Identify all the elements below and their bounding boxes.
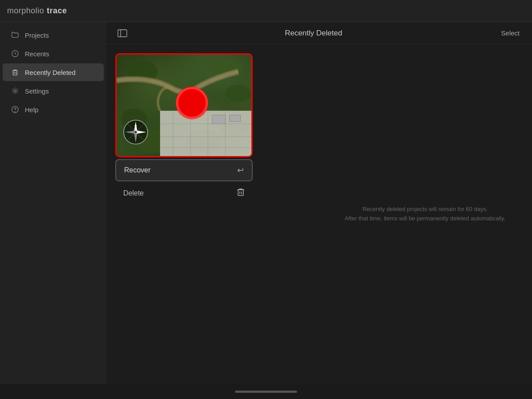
action-buttons: Recover ↩ Delete <box>115 158 253 205</box>
folder-icon <box>11 31 20 39</box>
trash-action-icon <box>237 188 245 199</box>
bottom-bar <box>0 384 532 399</box>
svg-rect-23 <box>212 115 225 124</box>
project-card-wrapper: N Recover ↩ <box>115 53 253 205</box>
cards-area: N Recover ↩ <box>115 53 253 375</box>
sidebar: Projects Recents <box>0 22 106 384</box>
content-body: N Recover ↩ <box>106 44 532 384</box>
main-layout: Projects Recents <box>0 22 532 384</box>
sidebar-label-recently-deleted: Recently Deleted <box>25 69 75 76</box>
help-icon <box>11 105 20 114</box>
svg-rect-7 <box>118 30 127 37</box>
recover-button[interactable]: Recover ↩ <box>115 159 253 181</box>
map-thumbnail: N <box>117 55 251 156</box>
logo-trace: trace <box>47 6 67 16</box>
sidebar-item-settings[interactable]: Settings <box>3 82 104 100</box>
compass-rose: N <box>123 119 149 145</box>
sidebar-item-help[interactable]: Help <box>3 101 104 118</box>
gear-icon <box>11 86 20 95</box>
svg-rect-24 <box>230 115 241 122</box>
recover-label: Recover <box>124 166 151 174</box>
project-card[interactable]: N <box>115 53 253 157</box>
sidebar-label-help: Help <box>25 106 39 113</box>
sidebar-item-projects[interactable]: Projects <box>3 26 104 44</box>
svg-point-32 <box>134 131 137 133</box>
sidebar-item-recents[interactable]: Recents <box>3 45 104 63</box>
svg-rect-1 <box>13 70 17 75</box>
sidebar-label-settings: Settings <box>25 87 49 95</box>
app-logo: morpholio trace <box>7 6 67 16</box>
content-area: Recently Deleted Select <box>106 22 532 384</box>
trash-icon <box>11 68 20 77</box>
location-marker <box>176 87 208 119</box>
sidebar-item-recently-deleted[interactable]: Recently Deleted <box>3 63 104 81</box>
svg-text:N: N <box>134 125 137 128</box>
page-title: Recently Deleted <box>129 29 497 38</box>
clock-icon <box>11 49 20 58</box>
svg-rect-34 <box>238 190 243 196</box>
svg-point-11 <box>225 85 251 102</box>
svg-point-6 <box>15 111 16 112</box>
recover-icon: ↩ <box>237 165 244 175</box>
delete-button[interactable]: Delete <box>115 182 253 204</box>
info-text: Recently deleted projects will remain fo… <box>345 205 505 223</box>
home-indicator <box>235 391 297 393</box>
content-header: Recently Deleted Select <box>106 22 532 44</box>
svg-point-4 <box>14 90 16 92</box>
sidebar-toggle-button[interactable] <box>115 26 129 40</box>
header-left <box>115 26 129 40</box>
sidebar-label-projects: Projects <box>25 31 49 39</box>
delete-label: Delete <box>123 189 144 197</box>
app-header: morpholio trace <box>0 0 532 22</box>
logo-morpholio: morpholio <box>7 6 44 16</box>
info-line2: After that time, items will be permanent… <box>345 215 505 222</box>
sidebar-label-recents: Recents <box>25 50 49 58</box>
select-button[interactable]: Select <box>497 27 523 39</box>
info-line1: Recently deleted projects will remain fo… <box>362 206 488 212</box>
